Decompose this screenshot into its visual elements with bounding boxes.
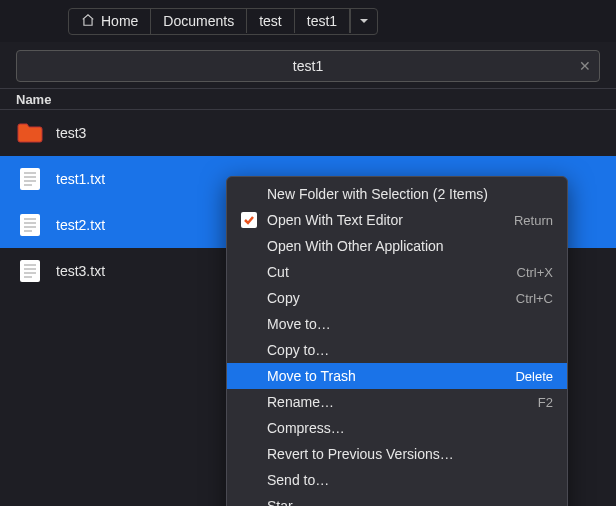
accelerator: Return [514,213,553,228]
menu-star[interactable]: Star [227,493,567,506]
list-header[interactable]: Name [0,88,616,110]
breadcrumb-test1[interactable]: test1 [295,9,350,33]
breadcrumb-dropdown[interactable] [350,9,377,33]
file-name: test3.txt [56,263,105,279]
accelerator: Ctrl+C [516,291,553,306]
breadcrumb-test1-label: test1 [307,13,337,29]
accelerator: Delete [515,369,553,384]
breadcrumb-test[interactable]: test [247,9,295,33]
list-item[interactable]: test3 [0,110,616,156]
home-icon [81,13,101,30]
menu-move-to[interactable]: Move to… [227,311,567,337]
context-menu: New Folder with Selection (2 Items) Open… [226,176,568,506]
svg-rect-5 [20,214,40,236]
breadcrumb-documents[interactable]: Documents [151,9,247,33]
menu-move-to-trash[interactable]: Move to TrashDelete [227,363,567,389]
breadcrumb-home-label: Home [101,13,138,29]
menu-cut[interactable]: CutCtrl+X [227,259,567,285]
caret-down-icon [359,13,369,29]
svg-rect-0 [20,168,40,190]
menu-revert[interactable]: Revert to Previous Versions… [227,441,567,467]
menu-open-other-app[interactable]: Open With Other Application [227,233,567,259]
accelerator: F2 [538,395,553,410]
menu-open-text-editor[interactable]: Open With Text Editor Return [227,207,567,233]
svg-rect-10 [20,260,40,282]
search-input[interactable] [27,58,589,74]
text-file-icon [16,166,44,192]
menu-rename[interactable]: Rename…F2 [227,389,567,415]
folder-icon [16,120,44,146]
breadcrumb-test-label: test [259,13,282,29]
breadcrumb-documents-label: Documents [163,13,234,29]
file-name: test1.txt [56,171,105,187]
column-name: Name [16,92,51,107]
search-bar[interactable]: ✕ [16,50,600,82]
menu-send-to[interactable]: Send to… [227,467,567,493]
text-file-icon [16,212,44,238]
breadcrumb-home[interactable]: Home [69,9,151,34]
menu-copy-to[interactable]: Copy to… [227,337,567,363]
menu-copy[interactable]: CopyCtrl+C [227,285,567,311]
breadcrumb: Home Documents test test1 [68,8,378,35]
file-name: test3 [56,125,86,141]
menu-new-folder-selection[interactable]: New Folder with Selection (2 Items) [227,181,567,207]
text-file-icon [16,258,44,284]
menu-compress[interactable]: Compress… [227,415,567,441]
file-name: test2.txt [56,217,105,233]
topbar: Home Documents test test1 [0,0,616,42]
checkbox-checked-icon [241,212,257,228]
clear-search-icon[interactable]: ✕ [579,58,591,74]
accelerator: Ctrl+X [517,265,553,280]
